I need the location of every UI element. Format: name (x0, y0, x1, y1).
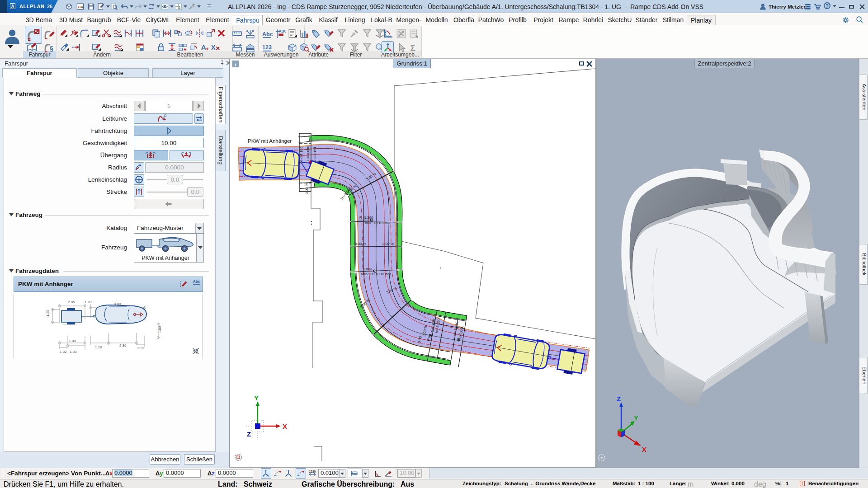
svg-text:R=5.900: R=5.900 (361, 272, 375, 276)
svg-text:R=5.300: R=5.300 (359, 216, 373, 220)
svg-text:Z: Z (247, 430, 251, 438)
svg-text:PKW mit Anhänger: PKW mit Anhänger (248, 138, 292, 144)
svg-text:Z: Z (617, 395, 621, 403)
svg-text:1.88: 1.88 (69, 339, 76, 343)
svg-text:0+10.561: 0+10.561 (376, 272, 392, 276)
svg-text:1.10: 1.10 (95, 345, 102, 349)
svg-text:Σ: Σ (410, 43, 415, 53)
svg-text:1.89: 1.89 (158, 326, 162, 333)
svg-text:H=-6.090: H=-6.090 (306, 145, 310, 161)
svg-text:1.25: 1.25 (46, 310, 50, 317)
svg-text:0.00 %: 0.00 % (305, 183, 309, 194)
svg-text:1020: 1020 (309, 470, 316, 473)
svg-text:X: X (211, 44, 216, 51)
svg-text:X: X (642, 446, 646, 453)
svg-text:0.00 %: 0.00 % (382, 242, 394, 246)
svg-text:0.92: 0.92 (137, 346, 145, 350)
svg-text:i: i (235, 62, 236, 67)
svg-text:123: 123 (262, 44, 272, 51)
svg-text:X: X (283, 422, 287, 430)
svg-text:Y: Y (634, 414, 638, 422)
svg-text:Abc: Abc (262, 31, 273, 38)
svg-text:2.05: 2.05 (68, 300, 75, 304)
svg-text:2: 2 (179, 6, 180, 9)
svg-text:Y: Y (254, 394, 259, 402)
svg-text:R=∞: R=∞ (363, 221, 371, 225)
svg-text:0+24.195: 0+24.195 (299, 146, 303, 162)
svg-text:1.02: 1.02 (60, 350, 67, 354)
svg-text:2.86: 2.86 (119, 343, 127, 347)
svg-text:0+23.151: 0+23.151 (313, 146, 317, 162)
svg-text:1.20: 1.20 (85, 300, 92, 304)
svg-text:0.00 %: 0.00 % (355, 242, 366, 246)
svg-text:1.03: 1.03 (70, 350, 77, 354)
svg-text:Abc: Abc (193, 280, 200, 284)
svg-text:R=∞: R=∞ (364, 267, 372, 271)
svg-text:ABC: ABC (278, 29, 286, 33)
svg-text:§: § (50, 45, 53, 52)
svg-text:A: A (201, 43, 206, 51)
svg-text:0+10.050: 0+10.050 (374, 221, 390, 225)
